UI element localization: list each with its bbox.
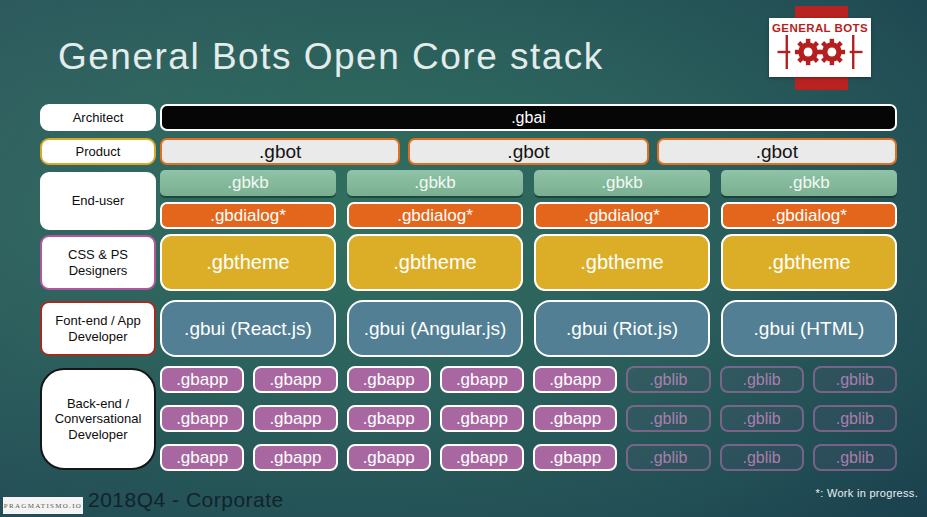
gbdialog-box: .gbdialog* (347, 202, 523, 229)
gbkb-row: .gbkb .gbkb .gbkb .gbkb (160, 170, 897, 196)
gbapp-box: .gbapp (160, 366, 244, 393)
gbtheme-box: .gbtheme (534, 234, 710, 291)
gbtheme-box: .gbtheme (160, 234, 336, 291)
row-label-architect: Architect (40, 104, 156, 131)
row-label-end-user: End-user (40, 172, 156, 230)
gbtheme-box: .gbtheme (347, 234, 523, 291)
row-label-backend-developer: Back-end / Conversational Developer (40, 368, 156, 470)
gblib-box: .gblib (626, 444, 710, 471)
gbapp-box: .gbapp (253, 444, 337, 471)
gbapp-box: .gbapp (533, 366, 617, 393)
gbkb-box: .gbkb (347, 170, 523, 196)
gbapp-box: .gbapp (160, 405, 244, 432)
gbdialog-row: .gbdialog* .gbdialog* .gbdialog* .gbdial… (160, 202, 897, 229)
gbapp-box: .gbapp (253, 366, 337, 393)
gbot-box: .gbot (657, 138, 897, 165)
general-bots-logo: GENERAL BOTS (769, 18, 871, 77)
gbui-box: .gbui (Angular.js) (347, 300, 523, 357)
gbapp-box: .gbapp (440, 405, 524, 432)
gblib-box: .gblib (626, 366, 710, 393)
gbot-box: .gbot (408, 138, 648, 165)
row-label-css-ps-designers: CSS & PS Designers (40, 235, 156, 290)
gbdialog-box: .gbdialog* (534, 202, 710, 229)
edition-text: 2018Q4 - Corporate (88, 488, 284, 512)
gbapp-box: .gbapp (533, 444, 617, 471)
gbapp-box: .gbapp (347, 366, 431, 393)
gears-icon (776, 35, 864, 73)
gbapp-box: .gbapp (440, 444, 524, 471)
gbapp-box: .gbapp (253, 405, 337, 432)
backend-row: .gbapp .gbapp .gbapp .gbapp .gbapp .gbli… (160, 444, 897, 471)
row-label-product: Product (40, 138, 156, 165)
gbapp-box: .gbapp (533, 405, 617, 432)
page-title: General Bots Open Core stack (58, 36, 604, 78)
slide-canvas: General Bots Open Core stack GENERAL BOT… (0, 0, 927, 517)
gbui-box: .gbui (HTML) (721, 300, 897, 357)
gblib-box: .gblib (813, 366, 897, 393)
gbkb-box: .gbkb (721, 170, 897, 196)
product-row: .gbot .gbot .gbot (160, 138, 897, 165)
gblib-box: .gblib (720, 405, 804, 432)
gbot-box: .gbot (160, 138, 400, 165)
gbapp-box: .gbapp (160, 444, 244, 471)
gbtheme-row: .gbtheme .gbtheme .gbtheme .gbtheme (160, 234, 897, 291)
gblib-box: .gblib (720, 366, 804, 393)
gbapp-box: .gbapp (347, 405, 431, 432)
work-in-progress-note: *: Work in progress. (816, 487, 918, 499)
gbui-box: .gbui (Riot.js) (534, 300, 710, 357)
gbkb-box: .gbkb (534, 170, 710, 196)
gbai-bar: .gbai (160, 104, 897, 131)
backend-row: .gbapp .gbapp .gbapp .gbapp .gbapp .gbli… (160, 405, 897, 432)
gbdialog-box: .gbdialog* (160, 202, 336, 229)
gblib-box: .gblib (813, 444, 897, 471)
pragmatismo-logo: PRAGMATISMO.IO (3, 497, 83, 514)
gbkb-box: .gbkb (160, 170, 336, 196)
logo-brand-text: GENERAL BOTS (772, 22, 868, 34)
backend-row: .gbapp .gbapp .gbapp .gbapp .gbapp .gbli… (160, 366, 897, 393)
row-label-frontend-developer: Font-end / App Developer (40, 301, 156, 356)
gbapp-box: .gbapp (440, 366, 524, 393)
gbui-box: .gbui (React.js) (160, 300, 336, 357)
gblib-box: .gblib (626, 405, 710, 432)
architect-row: .gbai (160, 104, 897, 131)
pragmatismo-logo-text: PRAGMATISMO.IO (4, 502, 82, 510)
gbtheme-box: .gbtheme (721, 234, 897, 291)
gbapp-box: .gbapp (347, 444, 431, 471)
gblib-box: .gblib (813, 405, 897, 432)
gbdialog-box: .gbdialog* (721, 202, 897, 229)
gblib-box: .gblib (720, 444, 804, 471)
gbui-row: .gbui (React.js) .gbui (Angular.js) .gbu… (160, 300, 897, 357)
